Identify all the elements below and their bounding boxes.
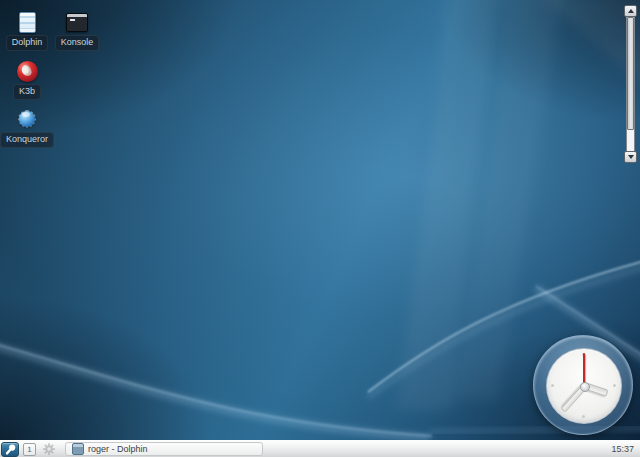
konsole-icon bbox=[65, 11, 89, 33]
analog-clock-widget[interactable] bbox=[533, 335, 633, 435]
gear-icon bbox=[42, 442, 56, 456]
konqueror-icon bbox=[15, 108, 39, 130]
dolphin-icon bbox=[15, 11, 39, 33]
desktop-icon-konqueror[interactable]: Konqueror bbox=[1, 108, 53, 148]
desktop-icon-label: Konsole bbox=[55, 35, 100, 51]
clock-center-cap bbox=[580, 382, 590, 392]
window-icon bbox=[72, 443, 84, 455]
scrollbar-track[interactable] bbox=[626, 17, 635, 151]
desktop-icon-k3b[interactable]: K3b bbox=[1, 60, 53, 100]
digital-clock[interactable]: 15:37 bbox=[611, 444, 634, 454]
app-launcher-button[interactable] bbox=[1, 442, 19, 457]
desktop-icon-konsole[interactable]: Konsole bbox=[51, 11, 103, 51]
scroll-up-button[interactable] bbox=[624, 5, 637, 17]
taskbar: 1 roger - Dolphin 15:37 bbox=[0, 440, 640, 457]
magnifier-icon bbox=[4, 443, 17, 456]
desktop-wallpaper[interactable]: Dolphin Konsole K3b Konqueror bbox=[0, 0, 640, 440]
desktop-icon-label: Dolphin bbox=[6, 35, 49, 51]
up-arrow-icon bbox=[628, 9, 634, 13]
virtual-desktop-pager[interactable]: 1 bbox=[23, 443, 36, 456]
down-arrow-icon bbox=[628, 155, 634, 159]
clock-tick bbox=[551, 384, 554, 387]
task-button-label: roger - Dolphin bbox=[88, 445, 148, 454]
clock-tick bbox=[582, 415, 585, 418]
panel-settings-button[interactable] bbox=[41, 442, 56, 457]
clock-tick bbox=[613, 384, 616, 387]
desktop-icon-label: K3b bbox=[13, 84, 41, 100]
k3b-icon bbox=[15, 60, 39, 82]
kde-desktop-screen: Dolphin Konsole K3b Konqueror bbox=[0, 0, 640, 457]
scrollbar-thumb[interactable] bbox=[627, 17, 634, 130]
scroll-down-button[interactable] bbox=[624, 151, 637, 163]
desktop-scrollbar bbox=[624, 5, 637, 163]
desktop-icon-dolphin[interactable]: Dolphin bbox=[1, 11, 53, 51]
desktop-icon-label: Konqueror bbox=[0, 132, 54, 148]
clock-face bbox=[546, 348, 622, 424]
task-button-dolphin[interactable]: roger - Dolphin bbox=[65, 442, 263, 456]
